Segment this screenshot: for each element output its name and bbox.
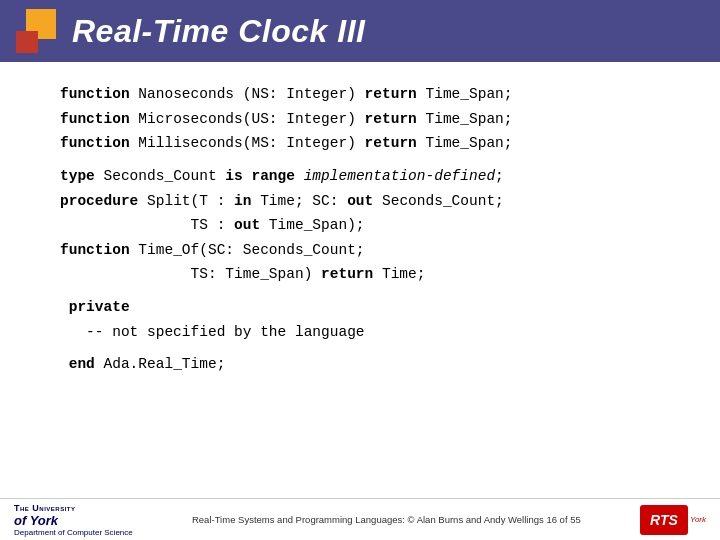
kw-out-2: out bbox=[234, 217, 260, 233]
kw-function-2: function bbox=[60, 111, 130, 127]
kw-return-2: return bbox=[365, 111, 417, 127]
code-line-3: function Milliseconds(MS: Integer) retur… bbox=[60, 131, 660, 156]
spacer-3 bbox=[60, 344, 660, 352]
kw-end: end bbox=[69, 356, 95, 372]
slide-footer: The University of York Department of Com… bbox=[0, 498, 720, 540]
code-line-10: -- not specified by the language bbox=[60, 320, 660, 345]
code-line-7: function Time_Of(SC: Seconds_Count; bbox=[60, 238, 660, 263]
university-logo: The University of York Department of Com… bbox=[14, 503, 133, 537]
spacer-1 bbox=[60, 156, 660, 164]
code-line-1: function Nanoseconds (NS: Integer) retur… bbox=[60, 82, 660, 107]
kw-private: private bbox=[69, 299, 130, 315]
code-line-11: end Ada.Real_Time; bbox=[60, 352, 660, 377]
rts-york-label: York bbox=[690, 515, 706, 524]
code-line-9: private bbox=[60, 295, 660, 320]
rts-logo: RTS York bbox=[640, 505, 706, 535]
slide-title: Real-Time Clock III bbox=[72, 13, 365, 50]
kw-function-4: function bbox=[60, 242, 130, 258]
code-line-5: procedure Split(T : in Time; SC: out Sec… bbox=[60, 189, 660, 214]
rts-label: RTS bbox=[650, 512, 678, 528]
spacer-2 bbox=[60, 287, 660, 295]
kw-return-1: return bbox=[365, 86, 417, 102]
kw-return-3: return bbox=[365, 135, 417, 151]
kw-is-range: is range bbox=[225, 168, 295, 184]
header-logo-accent bbox=[16, 9, 60, 53]
code-line-6: TS : out Time_Span); bbox=[60, 213, 660, 238]
footer-copyright: Real-Time Systems and Programming Langua… bbox=[133, 514, 640, 525]
slide-header: Real-Time Clock III bbox=[0, 0, 720, 62]
code-line-8: TS: Time_Span) return Time; bbox=[60, 262, 660, 287]
rts-badge: RTS bbox=[640, 505, 688, 535]
kw-function-1: function bbox=[60, 86, 130, 102]
accent-red-square bbox=[16, 31, 38, 53]
kw-function-3: function bbox=[60, 135, 130, 151]
kw-in: in bbox=[234, 193, 251, 209]
univ-name: of York bbox=[14, 513, 58, 528]
kw-procedure: procedure bbox=[60, 193, 138, 209]
impl-defined: implementation-defined bbox=[295, 168, 495, 184]
code-line-2: function Microseconds(US: Integer) retur… bbox=[60, 107, 660, 132]
kw-type: type bbox=[60, 168, 95, 184]
univ-label: The University bbox=[14, 503, 76, 513]
code-line-4: type Seconds_Count is range implementati… bbox=[60, 164, 660, 189]
dept-label: Department of Computer Science bbox=[14, 528, 133, 537]
kw-out-1: out bbox=[347, 193, 373, 209]
code-content: function Nanoseconds (NS: Integer) retur… bbox=[0, 62, 720, 387]
copyright-text: Real-Time Systems and Programming Langua… bbox=[192, 514, 581, 525]
kw-return-4: return bbox=[321, 266, 373, 282]
